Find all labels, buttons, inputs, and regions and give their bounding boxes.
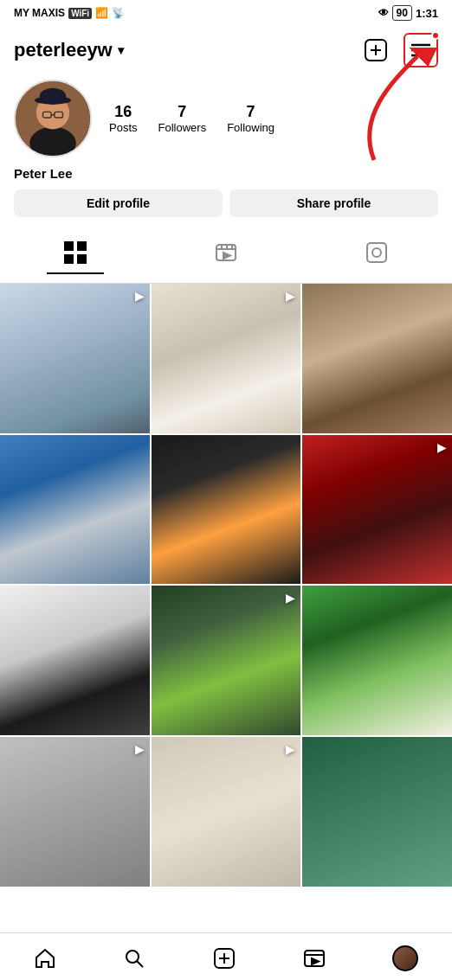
grid-item[interactable]: ▶: [0, 737, 150, 887]
svg-rect-18: [77, 254, 87, 264]
avatar-wrapper[interactable]: [14, 80, 92, 157]
nav-reels[interactable]: [293, 944, 336, 973]
status-left: MY MAXIS WiFi 📶 📡: [14, 7, 125, 19]
posts-count: 16: [114, 103, 132, 121]
following-count: 7: [247, 103, 255, 121]
battery-indicator: 90: [392, 5, 412, 21]
wifi-icon: 📡: [112, 7, 125, 19]
video-icon: ▶: [437, 440, 447, 454]
nav-profile[interactable]: [382, 942, 429, 975]
carrier-label: MY MAXIS: [14, 7, 65, 19]
grid-item[interactable]: ▶: [152, 284, 301, 433]
following-label: Following: [227, 121, 274, 134]
time-label: 1:31: [416, 7, 438, 20]
video-icon: ▶: [286, 742, 295, 756]
tab-reels[interactable]: [197, 238, 255, 274]
grid-item[interactable]: [302, 586, 452, 735]
profile-avatar-mini: [392, 945, 418, 971]
username-row[interactable]: peterleeyw ▾: [14, 39, 124, 61]
svg-point-11: [40, 88, 67, 105]
following-stat[interactable]: 7 Following: [227, 103, 274, 134]
video-icon: ▶: [286, 591, 295, 605]
grid-item[interactable]: [0, 435, 150, 585]
status-right: 👁 90 1:31: [378, 5, 438, 21]
tab-tagged[interactable]: [348, 238, 405, 274]
profile-buttons: Edit profile Share profile: [0, 189, 452, 229]
grid-item[interactable]: [302, 284, 452, 433]
followers-stat[interactable]: 7 Followers: [158, 103, 207, 134]
followers-count: 7: [178, 103, 186, 121]
nav-home[interactable]: [23, 944, 67, 973]
nav-add[interactable]: [203, 944, 246, 973]
grid-item[interactable]: ▶: [152, 586, 301, 735]
menu-button[interactable]: [404, 33, 438, 67]
eye-icon: 👁: [378, 7, 389, 19]
grid-item[interactable]: ▶: [152, 737, 301, 887]
grid-item[interactable]: ▶: [302, 435, 452, 585]
tabs-row: [0, 229, 452, 284]
svg-rect-15: [64, 241, 74, 251]
photo-grid: ▶ ▶ ▶ ▶ ▶ ▶: [0, 284, 452, 887]
grid-item[interactable]: [0, 586, 150, 735]
edit-profile-button[interactable]: Edit profile: [14, 189, 223, 217]
nav-search[interactable]: [113, 944, 156, 973]
status-bar: MY MAXIS WiFi 📶 📡 👁 90 1:31: [0, 0, 452, 26]
header: peterleeyw ▾: [0, 26, 452, 76]
svg-point-26: [372, 248, 381, 257]
svg-rect-25: [367, 243, 386, 262]
network-wifi-icon: WiFi: [68, 8, 92, 19]
video-icon: ▶: [286, 289, 295, 303]
header-icons: [360, 33, 438, 67]
svg-rect-16: [77, 241, 87, 251]
video-icon: ▶: [135, 289, 145, 303]
profile-name: Peter Lee: [0, 164, 452, 189]
username-text: peterleeyw: [14, 39, 113, 61]
svg-line-28: [137, 961, 143, 967]
posts-stat[interactable]: 16 Posts: [109, 103, 138, 134]
bottom-nav: [0, 932, 452, 980]
grid-item[interactable]: ▶: [0, 284, 150, 433]
stats-row: 16 Posts 7 Followers 7 Following: [109, 103, 438, 134]
svg-marker-24: [223, 253, 230, 259]
signal-icon: 📶: [95, 7, 108, 19]
add-post-button[interactable]: [360, 35, 391, 66]
grid-item[interactable]: [302, 737, 452, 887]
svg-marker-34: [312, 958, 319, 964]
followers-label: Followers: [158, 121, 207, 134]
notification-dot: [431, 31, 440, 40]
chevron-down-icon: ▾: [118, 43, 124, 57]
posts-label: Posts: [109, 121, 138, 134]
profile-section: 16 Posts 7 Followers 7 Following: [0, 76, 452, 164]
tab-grid[interactable]: [47, 238, 104, 274]
avatar: [14, 80, 92, 157]
share-profile-button[interactable]: Share profile: [229, 189, 438, 217]
grid-item[interactable]: [152, 435, 301, 585]
video-icon: ▶: [135, 742, 145, 756]
svg-point-27: [126, 951, 139, 963]
svg-rect-17: [64, 254, 74, 264]
